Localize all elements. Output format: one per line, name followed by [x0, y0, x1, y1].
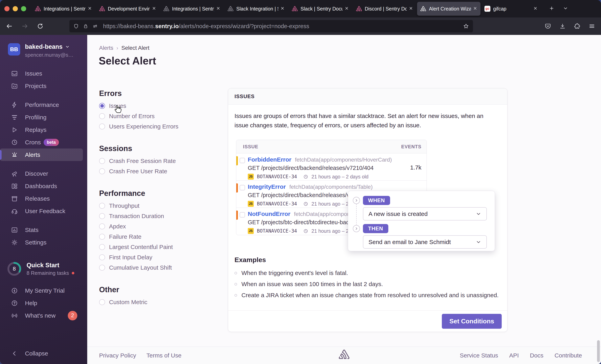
tab-integrations-2[interactable]: Integrations | Sentry — [160, 2, 224, 16]
sidebar-item-performance[interactable]: Performance — [0, 99, 83, 111]
sidebar-item-help[interactable]: Help — [0, 297, 83, 309]
then-action-select[interactable]: Send an email to Jane Schmidt — [363, 235, 487, 249]
quick-start-widget[interactable]: 8 Quick Start 8 Remaining tasks — [7, 261, 87, 276]
sidebar-item-releases[interactable]: Releases — [0, 192, 83, 205]
sidebar-item-whats-new[interactable]: What's new2 — [0, 309, 83, 322]
close-tab-icon[interactable] — [409, 6, 413, 12]
sidebar-item-stats[interactable]: Stats — [0, 224, 83, 236]
tab-title: Integrations | Sentry — [44, 6, 86, 12]
radio[interactable] — [99, 223, 105, 229]
new-tab-button[interactable] — [549, 6, 554, 12]
tab-development-environment[interactable]: Development Enviro — [96, 2, 159, 16]
org-switcher[interactable]: BB baked-beans spencer.murray@s… — [0, 35, 87, 58]
radio-selected[interactable] — [99, 103, 105, 109]
radio[interactable] — [99, 113, 105, 119]
close-tab-icon[interactable] — [533, 6, 538, 12]
close-tab-icon[interactable] — [344, 6, 349, 12]
radio[interactable] — [99, 203, 105, 209]
sidebar-item-crons[interactable]: Cronsbeta — [0, 136, 83, 149]
row-checkbox[interactable] — [240, 185, 245, 190]
radio-option-failure-rate[interactable]: Failure Rate — [99, 232, 230, 242]
collapse-button[interactable]: Collapse — [0, 347, 83, 360]
tab-slack-docs[interactable]: Slack | Sentry Docu — [289, 2, 352, 16]
extensions-puzzle-icon[interactable] — [574, 23, 580, 29]
sidebar-item-projects[interactable]: Projects — [0, 80, 83, 92]
issue-link[interactable]: ForbiddenError — [248, 156, 291, 163]
tab-alert-creation-wizard[interactable]: Alert Creation Wizar — [417, 2, 481, 16]
reload-button[interactable] — [37, 23, 44, 30]
lock-icon[interactable] — [83, 23, 88, 29]
radio[interactable] — [99, 265, 105, 271]
radio-option-custom-metric[interactable]: Custom Metric — [99, 297, 230, 307]
breadcrumb-alerts-link[interactable]: Alerts — [99, 45, 113, 51]
tab-title: Slack Integration | S — [236, 6, 278, 12]
sidebar-item-dashboards[interactable]: Dashboards — [0, 180, 83, 192]
row-checkbox[interactable] — [240, 212, 245, 217]
panel-footer: Set Conditions — [228, 311, 507, 332]
tab-discord-docs[interactable]: Discord | Sentry Do — [353, 2, 416, 16]
downloads-icon[interactable] — [559, 23, 566, 29]
docs-link[interactable]: Docs — [530, 352, 543, 359]
issue-link[interactable]: IntegrityError — [248, 183, 286, 190]
sidebar-item-profiling[interactable]: Profiling — [0, 111, 83, 123]
minimize-window-button[interactable] — [13, 6, 18, 11]
close-tab-icon[interactable] — [88, 6, 92, 12]
back-button[interactable] — [6, 23, 13, 30]
pocket-icon[interactable] — [545, 23, 551, 29]
tab-slack-integration[interactable]: Slack Integration | S — [224, 2, 288, 16]
sidebar-item-issues[interactable]: Issues — [0, 67, 83, 80]
close-window-button[interactable] — [4, 6, 10, 11]
sidebar-item-alerts[interactable]: Alerts — [0, 149, 83, 161]
radio[interactable] — [99, 168, 105, 174]
sidebar-item-my-sentry-trial[interactable]: My Sentry Trial — [0, 284, 83, 297]
radio[interactable] — [99, 254, 105, 260]
list-tabs-button[interactable] — [563, 6, 568, 12]
radio-option-first-input-delay[interactable]: First Input Delay — [99, 252, 230, 263]
option-group-performance: Performance Throughput Transaction Durat… — [99, 189, 230, 273]
radio-option-throughput[interactable]: Throughput — [99, 201, 230, 211]
privacy-policy-link[interactable]: Privacy Policy — [99, 352, 136, 359]
scrollbar[interactable] — [597, 35, 600, 364]
tab-integrations-1[interactable]: Integrations | Sentry — [32, 2, 95, 16]
radio[interactable] — [99, 234, 105, 240]
radio-option-apdex[interactable]: Apdex — [99, 221, 230, 232]
radio-option-largest-contentful-paint[interactable]: Largest Contentful Paint — [99, 242, 230, 252]
service-status-link[interactable]: Service Status — [460, 352, 498, 359]
sidebar-item-settings[interactable]: Settings — [0, 236, 83, 249]
when-condition-select[interactable]: A new issue is created — [363, 207, 487, 221]
radio[interactable] — [99, 158, 105, 164]
radio-option-crash-free-user-rate[interactable]: Crash Free User Rate — [99, 166, 230, 176]
terms-of-use-link[interactable]: Terms of Use — [147, 352, 181, 359]
radio-option-cumulative-layout-shift[interactable]: Cumulative Layout Shift — [99, 263, 230, 273]
close-tab-icon[interactable] — [216, 6, 220, 12]
radio[interactable] — [99, 299, 105, 305]
zoom-window-button[interactable] — [21, 6, 26, 11]
radio-option-users-experiencing-errors[interactable]: Users Experiencing Errors — [99, 121, 230, 132]
radio-option-crash-free-session-rate[interactable]: Crash Free Session Rate — [99, 156, 230, 166]
radio[interactable] — [99, 123, 105, 130]
url-bar[interactable]: https://baked-beans.sentry.io/alerts/nod… — [69, 20, 473, 32]
radio-option-transaction-duration[interactable]: Transaction Duration — [99, 211, 230, 221]
tracking-protection-shield-icon[interactable] — [73, 23, 79, 29]
scrollbar-thumb[interactable] — [597, 340, 600, 362]
bookmark-star-icon[interactable] — [463, 23, 469, 29]
sentry-favicon — [420, 6, 426, 12]
row-checkbox[interactable] — [240, 158, 245, 163]
close-tab-icon[interactable] — [280, 6, 285, 12]
radio[interactable] — [99, 244, 105, 250]
set-conditions-button[interactable]: Set Conditions — [442, 314, 502, 329]
sidebar-item-discover[interactable]: Discover — [0, 167, 83, 180]
api-link[interactable]: API — [509, 352, 519, 359]
close-tab-icon[interactable] — [152, 6, 156, 12]
site-permissions-icon[interactable] — [92, 23, 98, 29]
sidebar-item-replays[interactable]: Replays — [0, 123, 83, 136]
radio[interactable] — [99, 213, 105, 219]
table-row[interactable]: ForbiddenErrorfetchData(app/components/H… — [236, 153, 427, 181]
menu-hamburger-icon[interactable] — [589, 23, 595, 29]
contribute-link[interactable]: Contribute — [555, 352, 582, 359]
sidebar-item-user-feedback[interactable]: User Feedback — [0, 205, 83, 217]
close-tab-icon[interactable] — [473, 6, 477, 12]
issue-link[interactable]: NotFoundError — [248, 211, 290, 217]
forward-button[interactable] — [21, 23, 28, 30]
tab-gifcap[interactable]: gc gifcap — [481, 2, 541, 16]
